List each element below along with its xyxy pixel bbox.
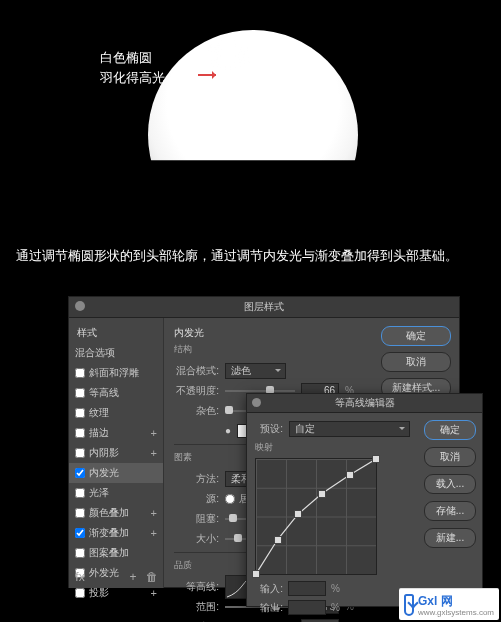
curve-point[interactable]: [318, 490, 326, 498]
preset-label: 预设:: [255, 422, 283, 436]
curve-point[interactable]: [294, 510, 302, 518]
sidebar-item-label: 渐变叠加: [89, 526, 129, 540]
sidebar-item-blendopts[interactable]: 混合选项: [69, 343, 163, 363]
cancel-button[interactable]: 取消: [381, 352, 451, 372]
annotation-text: 白色椭圆 羽化得高光: [100, 48, 165, 88]
sidebar-item[interactable]: 纹理: [69, 403, 163, 423]
slider-knob[interactable]: [234, 534, 242, 542]
add-sub-icon[interactable]: +: [151, 447, 157, 459]
slider-knob[interactable]: [225, 406, 233, 414]
sidebar-item[interactable]: 内发光: [69, 463, 163, 483]
effect-checkbox[interactable]: [75, 368, 85, 378]
effect-checkbox[interactable]: [75, 588, 85, 598]
effect-checkbox[interactable]: [75, 388, 85, 398]
opacity-label: 不透明度:: [174, 384, 219, 398]
close-icon[interactable]: [75, 301, 85, 311]
caption-text: 通过调节椭圆形状的到头部轮廓，通过调节内发光与渐变叠加得到头部基础。: [16, 246, 489, 266]
effect-checkbox[interactable]: [75, 408, 85, 418]
add-sub-icon[interactable]: +: [151, 427, 157, 439]
watermark: Gxl 网 www.gxlsystems.com: [399, 588, 499, 620]
curve-point[interactable]: [346, 471, 354, 479]
contour-editor-dialog: 等高线编辑器 预设: 自定 映射 输入: % 输出: %: [246, 393, 483, 607]
blendmode-label: 混合模式:: [174, 364, 219, 378]
ce-save-button[interactable]: 存储...: [424, 501, 476, 521]
noise-label: 杂色:: [174, 404, 219, 418]
input-label: 输入:: [255, 582, 283, 596]
sidebar-item-label: 描边: [89, 426, 109, 440]
sidebar-item[interactable]: 光泽: [69, 483, 163, 503]
choke-label: 阻塞:: [174, 512, 219, 526]
add-icon[interactable]: +: [126, 571, 140, 584]
sidebar-header[interactable]: 样式: [69, 323, 163, 343]
sidebar-item[interactable]: 斜面和浮雕: [69, 363, 163, 383]
mapping-label: 映射: [255, 441, 410, 454]
sidebar-item-label: 等高线: [89, 386, 119, 400]
sidebar-item-label: 图案叠加: [89, 546, 129, 560]
input-unit: %: [331, 583, 340, 594]
source-label: 源:: [174, 492, 219, 506]
sidebar-item[interactable]: 颜色叠加+: [69, 503, 163, 523]
preset-select[interactable]: 自定: [289, 421, 410, 437]
sidebar-item-label: 内阴影: [89, 446, 119, 460]
output-field[interactable]: [288, 600, 326, 615]
sidebar-item[interactable]: 渐变叠加+: [69, 523, 163, 543]
add-sub-icon[interactable]: +: [151, 507, 157, 519]
effect-checkbox[interactable]: [75, 528, 85, 538]
effect-checkbox[interactable]: [75, 428, 85, 438]
dome-shape: [148, 30, 358, 240]
sidebar-item[interactable]: 投影+: [69, 583, 163, 603]
sidebar-item[interactable]: 图案叠加: [69, 543, 163, 563]
effect-checkbox[interactable]: [75, 488, 85, 498]
annotation-arrow: [198, 74, 216, 76]
ce-load-button[interactable]: 载入...: [424, 474, 476, 494]
sidebar-item-label: 颜色叠加: [89, 506, 129, 520]
effect-checkbox[interactable]: [75, 508, 85, 518]
ce-cancel-button[interactable]: 取消: [424, 447, 476, 467]
sidebar-item-label: 纹理: [89, 406, 109, 420]
layer-style-title-text: 图层样式: [244, 301, 284, 312]
curve-point[interactable]: [252, 570, 260, 578]
opacity-slider[interactable]: [225, 390, 295, 392]
curve-editor[interactable]: [255, 458, 377, 575]
sidebar-item-label: 光泽: [89, 486, 109, 500]
ok-button[interactable]: 确定: [381, 326, 451, 346]
annotation-line1: 白色椭圆: [100, 48, 165, 68]
curve-point[interactable]: [274, 536, 282, 544]
sidebar-item-label: 内发光: [89, 466, 119, 480]
contour-editor-title-text: 等高线编辑器: [335, 397, 395, 408]
curve-point[interactable]: [372, 455, 380, 463]
effect-checkbox[interactable]: [75, 548, 85, 558]
contour-label: 等高线:: [174, 580, 219, 594]
sidebar-item-label: 混合选项: [75, 346, 115, 360]
watermark-url: www.gxlsystems.com: [418, 608, 494, 617]
illustration-area: 白色椭圆 羽化得高光: [0, 12, 501, 217]
blendmode-select[interactable]: 滤色: [225, 363, 286, 379]
output-label: 输出:: [255, 601, 283, 615]
annotation-line2: 羽化得高光: [100, 68, 165, 88]
shield-icon: [404, 594, 414, 616]
dome-highlight: [203, 42, 253, 70]
contour-editor-title: 等高线编辑器: [247, 394, 482, 413]
size-label: 大小:: [174, 532, 219, 546]
trash-icon[interactable]: 🗑: [145, 571, 159, 584]
curve-path-svg: [256, 459, 376, 574]
effect-checkbox[interactable]: [75, 468, 85, 478]
close-icon[interactable]: [252, 398, 261, 407]
technique-label: 方法:: [174, 472, 219, 486]
add-sub-icon[interactable]: +: [151, 527, 157, 539]
ce-new-button[interactable]: 新建...: [424, 528, 476, 548]
effect-checkbox[interactable]: [75, 448, 85, 458]
source-solid-radio[interactable]: ●: [225, 425, 231, 436]
fx-icon[interactable]: fx: [73, 571, 87, 584]
input-field[interactable]: [288, 581, 326, 596]
slider-knob[interactable]: [229, 514, 237, 522]
source-center-radio[interactable]: [225, 494, 235, 504]
range-label: 范围:: [174, 600, 219, 614]
sidebar-item-label: 斜面和浮雕: [89, 366, 139, 380]
sidebar-item[interactable]: 描边+: [69, 423, 163, 443]
output-unit: %: [331, 602, 340, 613]
sidebar-item[interactable]: 等高线: [69, 383, 163, 403]
ce-ok-button[interactable]: 确定: [424, 420, 476, 440]
sidebar-item[interactable]: 内阴影+: [69, 443, 163, 463]
add-sub-icon[interactable]: +: [151, 587, 157, 599]
